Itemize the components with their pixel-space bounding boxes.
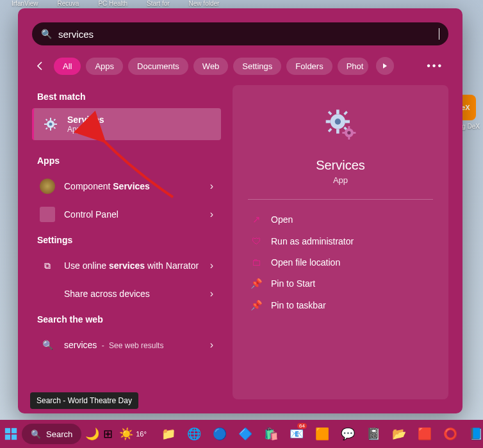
tab-folders[interactable]: Folders	[286, 58, 332, 75]
action-open-location[interactable]: 🗀Open file location	[248, 252, 433, 273]
web-item-services[interactable]: 🔍 services - See web results ›	[32, 331, 221, 359]
setting-item-share-devices[interactable]: Share across devices ›	[32, 280, 221, 308]
svg-rect-24	[342, 132, 345, 134]
svg-rect-29	[12, 435, 17, 440]
file-explorer-icon[interactable]: 📁	[157, 424, 180, 444]
app-icon[interactable]: 🔷	[234, 424, 257, 444]
best-match-subtitle: App	[67, 125, 104, 134]
search-input[interactable]	[58, 29, 439, 40]
setting-item-online-services[interactable]: ⧉ Use online services with Narrator ›	[32, 252, 221, 280]
control-panel-icon	[40, 207, 55, 222]
filter-tabs: All Apps Documents Web Settings Folders …	[18, 45, 463, 85]
svg-rect-8	[45, 127, 48, 130]
best-match-header: Best match	[37, 92, 221, 102]
svg-rect-28	[5, 435, 10, 440]
action-run-admin[interactable]: 🛡Run as administrator	[248, 230, 433, 252]
folder-icon: 🗀	[250, 257, 262, 268]
taskbar-search[interactable]: 🔍 Search	[22, 424, 81, 444]
svg-rect-4	[44, 124, 47, 125]
svg-rect-5	[54, 124, 57, 125]
text-cursor	[439, 28, 439, 40]
pin-icon: 📌	[250, 300, 262, 311]
screen-icon: ⧉	[40, 258, 55, 273]
action-pin-start[interactable]: 📌Pin to Start	[248, 273, 433, 294]
scroll-right-button[interactable]	[376, 57, 394, 75]
open-icon: ↗	[250, 214, 262, 225]
mail-icon[interactable]: 📧64	[285, 424, 308, 444]
chevron-right-icon: ›	[210, 339, 213, 351]
search-bar[interactable]: 🔍	[32, 22, 448, 45]
app-item-component-services[interactable]: Component Services ›	[32, 172, 221, 200]
back-button[interactable]	[32, 58, 49, 74]
svg-rect-19	[343, 111, 348, 115]
task-view-icon[interactable]: ⊞	[103, 424, 113, 444]
app-item-control-panel[interactable]: Control Panel ›	[32, 200, 221, 228]
chrome-icon[interactable]: 🔵	[208, 424, 231, 444]
pin-icon: 📌	[250, 278, 262, 289]
results-column: Best match Services App Apps Component S…	[32, 85, 221, 399]
apps-header: Apps	[37, 156, 221, 166]
web-header: Search the web	[37, 314, 221, 324]
onenote-icon[interactable]: 📓	[362, 424, 385, 444]
more-button[interactable]: •••	[422, 60, 448, 72]
blank-icon	[40, 286, 55, 301]
chevron-right-icon: ›	[210, 260, 213, 271]
edge-icon[interactable]: 🌐	[183, 424, 206, 444]
app-icon[interactable]: 🟥	[413, 424, 436, 444]
component-icon	[40, 179, 55, 194]
best-match-title: Services	[67, 115, 104, 125]
settings-header: Settings	[37, 235, 221, 245]
svg-rect-25	[352, 132, 356, 134]
svg-rect-22	[348, 126, 350, 129]
svg-rect-15	[345, 120, 350, 124]
svg-rect-14	[325, 120, 330, 124]
tab-photos[interactable]: Phot	[338, 58, 369, 75]
divider	[248, 199, 433, 200]
taskbar-weather[interactable]: ☀️16°	[119, 427, 147, 441]
best-match-item[interactable]: Services App	[32, 108, 221, 140]
action-pin-taskbar[interactable]: 📌Pin to taskbar	[248, 294, 433, 316]
taskbar-widget[interactable]: 🌙	[85, 424, 99, 444]
store-icon[interactable]: 🛍️	[259, 424, 282, 444]
svg-rect-3	[50, 128, 51, 131]
svg-rect-13	[336, 129, 340, 134]
svg-rect-23	[348, 136, 350, 140]
tab-settings[interactable]: Settings	[233, 58, 281, 75]
search-tooltip: Search - World Theatre Day	[30, 392, 138, 409]
svg-point-11	[334, 118, 340, 124]
taskbar: 🔍 Search 🌙 ⊞ ☀️16° 📁 🌐 🔵 🔷 🛍️ 📧64 🟧 💬 📓 …	[0, 420, 483, 448]
app-icon[interactable]: 🟧	[311, 424, 334, 444]
gear-icon	[323, 108, 359, 147]
svg-point-1	[49, 123, 53, 126]
detail-pane: Services App ↗Open 🛡Run as administrator…	[233, 85, 448, 399]
chevron-right-icon: ›	[210, 288, 213, 300]
svg-rect-26	[5, 428, 10, 433]
start-button[interactable]	[4, 422, 18, 445]
start-search-panel: 🔍 All Apps Documents Web Settings Folder…	[18, 8, 463, 413]
chevron-right-icon: ›	[210, 180, 213, 192]
gear-icon	[42, 115, 60, 133]
svg-point-21	[347, 131, 350, 134]
search-icon: 🔍	[41, 29, 52, 39]
svg-rect-7	[54, 127, 56, 129]
word-icon[interactable]: 📘	[464, 424, 483, 444]
app-icon[interactable]: ⭕	[439, 424, 462, 444]
explorer-icon[interactable]: 📂	[388, 424, 411, 444]
tab-all[interactable]: All	[54, 58, 81, 75]
svg-rect-2	[50, 118, 51, 120]
svg-rect-9	[54, 118, 56, 121]
search-icon: 🔍	[40, 337, 55, 353]
tab-web[interactable]: Web	[193, 58, 229, 75]
action-open[interactable]: ↗Open	[248, 209, 433, 230]
svg-rect-18	[327, 128, 332, 132]
detail-title: Services	[248, 158, 433, 173]
chevron-right-icon: ›	[210, 209, 213, 220]
svg-rect-6	[45, 118, 48, 121]
search-icon: 🔍	[31, 429, 41, 439]
tab-apps[interactable]: Apps	[86, 58, 123, 75]
whatsapp-icon[interactable]: 💬	[336, 424, 359, 444]
svg-rect-12	[336, 109, 340, 114]
detail-subtitle: App	[248, 175, 433, 185]
tab-documents[interactable]: Documents	[128, 58, 188, 75]
svg-rect-27	[12, 428, 17, 433]
